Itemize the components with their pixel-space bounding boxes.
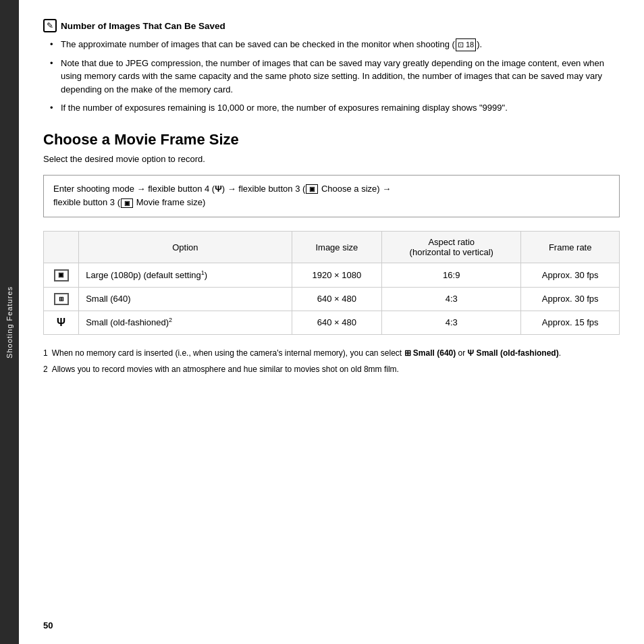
large-icon: ▣ [54, 269, 69, 281]
small-icon: ⊞ [54, 293, 69, 305]
th-image-size: Image size [292, 232, 381, 263]
table-row: ▣ Large (1080p) (default setting1) 1920 … [44, 263, 620, 288]
row2-icon-cell: ⊞ [44, 287, 79, 311]
sup-2: 2 [169, 317, 172, 323]
row2-option: Small (640) [79, 287, 292, 311]
row1-option: Large (1080p) (default setting1) [79, 263, 292, 288]
row1-aspect: 16:9 [382, 263, 521, 288]
table-header-row: Option Image size Aspect ratio(horizonta… [44, 232, 620, 263]
options-table: Option Image size Aspect ratio(horizonta… [43, 231, 620, 335]
note-section: ✎ Number of Images That Can Be Saved The… [43, 19, 620, 115]
row3-image-size: 640 × 480 [292, 311, 381, 334]
th-frame-rate: Frame rate [521, 232, 620, 263]
footnotes: 1 When no memory card is inserted (i.e.,… [43, 347, 620, 375]
choose-size-icon: ▣ [306, 184, 318, 194]
row1-frame-rate: Approx. 30 fps [521, 263, 620, 288]
sidebar: Shooting Features [0, 0, 19, 644]
movie-frame-icon: ▣ [121, 198, 133, 208]
footnote-num-2: 2 [43, 363, 48, 375]
instruction-box: Enter shooting mode → flexible button 4 … [43, 175, 620, 218]
th-option: Option [79, 232, 292, 263]
row3-aspect: 4:3 [382, 311, 521, 334]
arrow-3: → [382, 184, 391, 194]
page-number: 50 [43, 620, 53, 630]
arrow-2: → [227, 184, 236, 194]
footnote-num-1: 1 [43, 347, 48, 359]
footnote-1-text: When no memory card is inserted (i.e., w… [52, 347, 561, 359]
row2-frame-rate: Approx. 30 fps [521, 287, 620, 311]
note-title: Number of Images That Can Be Saved [61, 21, 225, 31]
note-bullet-3: If the number of exposures remaining is … [50, 101, 620, 115]
row3-frame-rate: Approx. 15 fps [521, 311, 620, 334]
ref-box-1: ⊡ 18 [456, 38, 476, 51]
row2-aspect: 4:3 [382, 287, 521, 311]
note-icon: ✎ [43, 19, 57, 32]
row1-icon-cell: ▣ [44, 263, 79, 288]
note-bullet-2: Note that due to JPEG compression, the n… [50, 57, 620, 97]
table-row: Ψ Small (old-fashioned)2 640 × 480 4:3 A… [44, 311, 620, 334]
table-row: ⊞ Small (640) 640 × 480 4:3 Approx. 30 f… [44, 287, 620, 311]
footnote-2: 2 Allows you to record movies with an at… [43, 363, 620, 375]
main-content: ✎ Number of Images That Can Be Saved The… [19, 0, 644, 644]
section-heading: Choose a Movie Frame Size [43, 131, 620, 149]
row2-image-size: 640 × 480 [292, 287, 381, 311]
sup-1: 1 [201, 269, 205, 276]
arrow-1: → [137, 184, 146, 194]
footnote-bold-small640: ⊞ Small (640) [404, 348, 456, 358]
psi-icon: Ψ [215, 184, 222, 194]
row1-image-size: 1920 × 1080 [292, 263, 381, 288]
row3-option: Small (old-fashioned)2 [79, 311, 292, 334]
note-bullet-list: The approximate number of images that ca… [43, 38, 620, 115]
sidebar-label: Shooting Features [5, 286, 14, 358]
oldfashioned-icon: Ψ [57, 317, 65, 329]
note-title-row: ✎ Number of Images That Can Be Saved [43, 19, 620, 32]
row3-icon-cell: Ψ [44, 311, 79, 334]
footnote-2-text: Allows you to record movies with an atmo… [52, 363, 399, 375]
footnote-bold-oldfashioned: Ψ Small (old-fashioned) [468, 348, 559, 358]
footnote-1: 1 When no memory card is inserted (i.e.,… [43, 347, 620, 359]
note-bullet-1: The approximate number of images that ca… [50, 38, 620, 51]
th-icon [44, 232, 79, 263]
section-subtitle: Select the desired movie option to recor… [43, 154, 620, 164]
th-aspect-ratio: Aspect ratio(horizontal to vertical) [382, 232, 521, 263]
